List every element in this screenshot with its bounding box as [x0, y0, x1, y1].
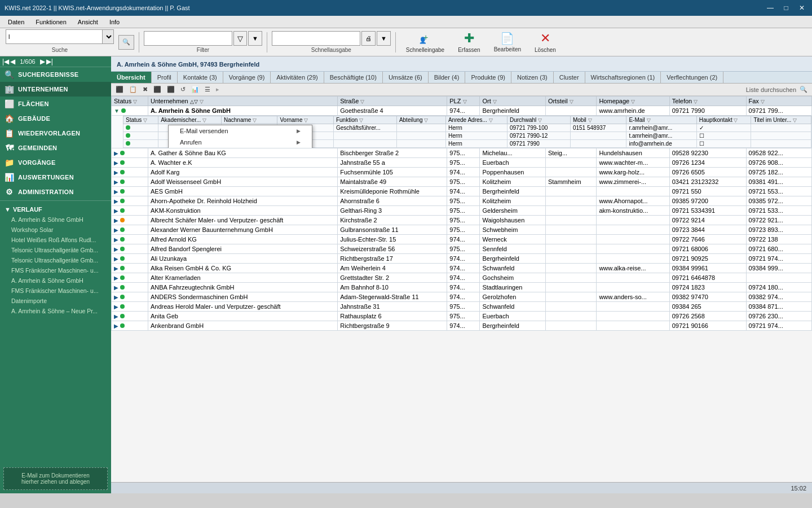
sidebar-item-unternehmen[interactable]: 🏢 UNTERNEHMEN [0, 82, 111, 97]
schnelleingabe-button[interactable]: 👤+ Schnelleingabe [400, 30, 450, 54]
verlauf-item-4[interactable]: Telsonic Ultraschallgeräte Gmb... [0, 255, 111, 265]
sub-th-email: E-Mail ▽ [626, 116, 696, 124]
nav-next-button[interactable]: ▶ [40, 58, 45, 65]
ort-filter-icon[interactable]: ▽ [493, 99, 497, 104]
sidebar-item-wiedervorlagen[interactable]: 📋 WIEDERVORLAGEN [0, 126, 111, 141]
expand-arrow[interactable]: ▶ [114, 160, 118, 166]
search-button[interactable]: 🔍 [118, 35, 134, 50]
tab-wirtschaftsregionen[interactable]: Wirtschaftsregionen (1) [585, 72, 661, 83]
status-filter-icon[interactable]: ▽ [133, 99, 137, 104]
verlauf-item-1[interactable]: Workshop Solar [0, 225, 111, 235]
expand-arrow[interactable]: ▶ [114, 217, 118, 224]
verlauf-item-9[interactable]: A. Amrhein & Söhne – Neue Pr... [0, 306, 111, 316]
expand-arrow[interactable]: ▶ [114, 179, 118, 185]
filter-funnel-button[interactable]: ▽ [233, 31, 247, 46]
ctx-anrufen[interactable]: Anrufen ▶ [169, 137, 312, 148]
sub-btn-3[interactable]: ⬛ [151, 85, 164, 94]
sidebar-item-gebaeude[interactable]: 🏠 GEBÄUDE [0, 111, 111, 126]
sidebar-item-flaechen[interactable]: ⬜ FLÄCHEN [0, 97, 111, 111]
expand-arrow[interactable]: ▶ [114, 294, 118, 300]
tab-aktivitaeten[interactable]: Aktivitäten (29) [271, 72, 324, 83]
nav-last-button[interactable]: ▶| [46, 58, 53, 65]
search-input[interactable] [6, 32, 102, 41]
sidebar-item-auswertungen[interactable]: 📊 AUSWERTUNGEN [0, 170, 111, 185]
expand-arrow[interactable]: ▶ [114, 189, 118, 195]
verlauf-item-6[interactable]: A. Amrhein & Söhne GmbH [0, 275, 111, 286]
expand-arrow[interactable]: ▼ [114, 108, 120, 114]
sidebar-item-suchergebnisse[interactable]: 🔍 SUCHERGEBNISSE [0, 67, 111, 82]
expand-arrow[interactable]: ▶ [114, 284, 118, 291]
expand-arrow[interactable]: ▶ [114, 169, 118, 176]
sub-btn-2[interactable]: ✖ [140, 85, 150, 94]
expand-arrow[interactable]: ▶ [114, 323, 118, 329]
expand-arrow[interactable]: ▶ [114, 304, 118, 310]
ctx-email[interactable]: E-Mail versenden ▶ [169, 125, 312, 137]
tab-vorgaenge[interactable]: Vorgänge (9) [223, 72, 271, 83]
tab-profil[interactable]: Profil [152, 72, 178, 83]
unternehmen-filter-icon[interactable]: ▽ [200, 99, 204, 104]
data-table-container[interactable]: Status ▽ Unternehmen △▽ ▽ Straße ▽ PLZ ▽… [111, 96, 812, 482]
menu-funktionen[interactable]: Funktionen [30, 17, 72, 27]
tab-umsaetze[interactable]: Umsätze (6) [383, 72, 429, 83]
sub-btn-1[interactable]: 📋 [127, 85, 139, 94]
tab-verflechtungen[interactable]: Verflechtungen (2) [661, 72, 723, 83]
sidebar-item-administration[interactable]: ⚙ ADMINISTRATION [0, 185, 111, 199]
tab-notizen[interactable]: Notizen (3) [511, 72, 554, 83]
expand-arrow[interactable]: ▶ [114, 256, 118, 262]
strasse-filter-icon[interactable]: ▽ [360, 99, 364, 104]
menu-ansicht[interactable]: Ansicht [72, 17, 104, 27]
loeschen-button[interactable]: ✕ Löschen [529, 30, 562, 54]
sort-icon[interactable]: △▽ [190, 99, 198, 104]
tab-kontakte[interactable]: Kontakte (3) [178, 72, 223, 83]
schnellausgabe-dropdown-button[interactable]: ▼ [377, 31, 391, 46]
sub-btn-5[interactable]: ↺ [178, 85, 188, 94]
tab-cluster[interactable]: Cluster [554, 72, 585, 83]
close-button[interactable]: ✕ [796, 4, 807, 12]
fax-filter-icon[interactable]: ▽ [761, 99, 765, 104]
sub-btn-7[interactable]: ☰ [202, 85, 213, 94]
verlauf-item-7[interactable]: FMS Fränkischer Maschinen- u... [0, 286, 111, 296]
verlauf-item-5[interactable]: FMS Fränkischer Maschinen- u... [0, 265, 111, 275]
verlauf-header[interactable]: ▼ VERLAUF [0, 204, 111, 214]
verlauf-item-2[interactable]: Hotel Weißes Roß Alfons Rudl... [0, 235, 111, 245]
sidebar-item-vorgaenge[interactable]: 📁 VORGÄNGE [0, 155, 111, 170]
schnellausgabe-printer-button[interactable]: 🖨 [361, 31, 376, 46]
verlauf-item-8[interactable]: Datenimporte [0, 296, 111, 306]
tab-produkte[interactable]: Produkte (9) [465, 72, 511, 83]
verlauf-item-3[interactable]: Telsonic Ultraschallgeräte Gmb... [0, 245, 111, 255]
sidebar-item-gemeinden[interactable]: 🗺 GEMEINDEN [0, 141, 111, 155]
menu-info[interactable]: Info [104, 17, 125, 27]
expand-arrow[interactable]: ▶ [114, 246, 118, 252]
expand-arrow[interactable]: ▶ [114, 198, 118, 204]
sub-btn-6[interactable]: 📊 [189, 85, 201, 94]
expand-arrow[interactable]: ▶ [114, 313, 118, 319]
sub-btn-4[interactable]: ⬛ [165, 85, 177, 94]
expand-arrow[interactable]: ▶ [114, 150, 118, 156]
expand-arrow[interactable]: ▶ [114, 275, 118, 281]
expand-arrow[interactable]: ▶ [114, 227, 118, 233]
minimize-button[interactable]: — [765, 4, 776, 12]
filter-input[interactable] [144, 34, 232, 43]
telefon-filter-icon[interactable]: ▽ [694, 99, 698, 104]
tab-bilder[interactable]: Bilder (4) [429, 72, 466, 83]
nav-first-button[interactable]: |◀ [2, 58, 9, 65]
maximize-button[interactable]: □ [780, 4, 792, 12]
filter-dropdown-button[interactable]: ▼ [248, 31, 262, 46]
tab-beschaeftigte[interactable]: Beschäftigte (10) [324, 72, 383, 83]
expand-arrow[interactable]: ▶ [114, 265, 118, 271]
list-search-button[interactable]: 🔍 [797, 85, 810, 94]
sub-btn-0[interactable]: ⬛ [113, 85, 126, 94]
homepage-filter-icon[interactable]: ▽ [631, 99, 635, 104]
expand-arrow[interactable]: ▶ [114, 208, 118, 214]
search-dropdown[interactable] [102, 30, 113, 43]
erfassen-button[interactable]: ✚ Erfassen [452, 30, 486, 54]
expand-arrow[interactable]: ▶ [114, 237, 118, 243]
bearbeiten-button[interactable]: 📄 Bearbeiten [488, 30, 527, 54]
ortsteil-filter-icon[interactable]: ▽ [570, 99, 573, 104]
nav-prev-button[interactable]: ◀ [10, 58, 15, 65]
plz-filter-icon[interactable]: ▽ [463, 99, 467, 104]
menu-daten[interactable]: Daten [2, 17, 30, 27]
schnellausgabe-input[interactable] [272, 34, 360, 43]
tab-uebersicht[interactable]: Übersicht [111, 72, 152, 83]
verlauf-item-0[interactable]: A. Amrhein & Söhne GmbH [0, 214, 111, 225]
